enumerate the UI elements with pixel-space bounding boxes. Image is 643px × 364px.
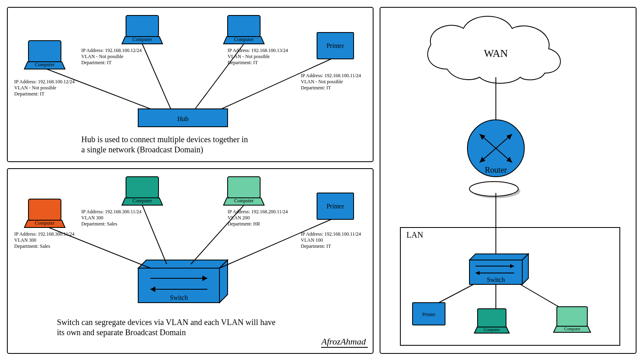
svg-text:Computer: Computer — [564, 327, 581, 331]
hub-device: Hub — [138, 109, 228, 127]
switch-computer-1: Computer — [24, 199, 65, 228]
svg-marker-24 — [138, 260, 228, 268]
network-diagram: Hub Computer IP Address: 192.168.100.12/… — [0, 0, 643, 364]
hub-caption-2: a single network (Broadcast Domain) — [81, 145, 203, 154]
svg-text:Department: IT: Department: IT — [301, 243, 331, 249]
router-label: Router — [485, 165, 507, 174]
svg-rect-82 — [478, 309, 506, 327]
svg-text:VLAN 300: VLAN 300 — [81, 215, 103, 221]
svg-text:Switch: Switch — [487, 276, 505, 283]
svg-text:Computer: Computer — [35, 220, 54, 226]
svg-text:IP Address: 192.168.100.11/24: IP Address: 192.168.100.11/24 — [301, 231, 361, 237]
svg-text:Computer: Computer — [133, 198, 152, 204]
author-signature: AfrozAhmad — [321, 336, 366, 347]
svg-marker-70 — [469, 254, 528, 260]
svg-text:VLAN 100: VLAN 100 — [301, 237, 323, 243]
wan-label: WAN — [484, 48, 508, 59]
panel-switch: Switch Computer IP Address: 192.168.300.… — [7, 169, 373, 353]
svg-text:IP Address: 192.168.200.11/24: IP Address: 192.168.200.11/24 — [228, 209, 288, 214]
svg-text:VLAN - Not possible: VLAN - Not possible — [228, 54, 270, 59]
svg-text:Department: Sales: Department: Sales — [14, 243, 50, 249]
svg-text:IP Address: 192.168.300.11/24: IP Address: 192.168.300.11/24 — [81, 209, 141, 214]
panel-hub: Hub Computer IP Address: 192.168.100.12/… — [7, 7, 373, 162]
lan-switch: Switch — [469, 254, 528, 284]
svg-point-59 — [469, 182, 518, 196]
switch-device: Switch — [138, 260, 228, 303]
hub-computer-1: Computer — [24, 41, 65, 69]
computer-icon-label: Computer — [35, 62, 54, 67]
switch-computer-3: Computer — [224, 177, 264, 205]
lan-computer-1: Computer — [474, 309, 509, 333]
switch-caption-1: Switch can segregate devices via VLAN an… — [57, 318, 276, 327]
svg-rect-7 — [126, 15, 159, 37]
svg-text:Computer: Computer — [234, 198, 254, 204]
lan-printer: Printer — [413, 303, 445, 325]
svg-text:Department: IT: Department: IT — [301, 85, 331, 91]
svg-rect-6 — [28, 41, 61, 62]
hub-label: Hub — [177, 115, 189, 122]
svg-rect-35 — [28, 199, 61, 220]
svg-line-3 — [142, 44, 171, 109]
svg-text:Computer: Computer — [133, 37, 152, 42]
svg-text:VLAN 300: VLAN 300 — [14, 237, 36, 243]
svg-text:VLAN - Not possible: VLAN - Not possible — [301, 79, 343, 84]
switch-computer-2: Computer — [122, 177, 163, 205]
svg-text:Department: HR: Department: HR — [228, 221, 260, 227]
panel-wan-lan: WAN Router LAN Switch Printer — [380, 7, 636, 353]
svg-text:Computer: Computer — [234, 37, 254, 42]
pc1-dept: Department: IT — [14, 91, 45, 97]
lan-label: LAN — [406, 230, 423, 239]
svg-rect-84 — [557, 307, 587, 326]
svg-rect-56 — [380, 7, 636, 353]
svg-rect-12 — [228, 15, 260, 37]
svg-line-32 — [142, 205, 167, 264]
svg-text:IP Address: 192.168.300.11/24: IP Address: 192.168.300.11/24 — [14, 231, 74, 237]
router-device: Router — [467, 120, 524, 198]
hub-printer: Printer — [317, 32, 354, 59]
svg-text:Computer: Computer — [484, 327, 500, 332]
svg-rect-40 — [126, 177, 159, 198]
svg-text:VLAN 200: VLAN 200 — [228, 215, 250, 221]
svg-text:Printer: Printer — [422, 312, 436, 317]
hub-computer-3: Computer — [224, 15, 264, 44]
svg-text:Department: IT: Department: IT — [228, 60, 258, 65]
pc1-vlan: VLAN - Not possible — [14, 85, 56, 91]
switch-printer: Printer — [317, 193, 354, 219]
svg-line-77 — [435, 284, 474, 305]
svg-text:Switch: Switch — [170, 294, 188, 301]
svg-text:IP Address: 192.168.100.13/24: IP Address: 192.168.100.13/24 — [228, 48, 288, 53]
lan-computer-2: Computer — [554, 307, 591, 332]
svg-text:Printer: Printer — [326, 42, 344, 49]
svg-rect-45 — [228, 177, 260, 198]
pc1-ip: IP Address: 192.168.100.12/24 — [14, 79, 75, 84]
hub-caption-1: Hub is used to connect multiple devices … — [81, 135, 248, 144]
svg-text:Printer: Printer — [326, 203, 344, 210]
svg-text:IP Address: 192.168.100.12/24: IP Address: 192.168.100.12/24 — [81, 48, 142, 53]
svg-line-2 — [47, 69, 150, 109]
wan-cloud: WAN — [428, 16, 560, 83]
svg-text:VLAN - Not possible: VLAN - Not possible — [81, 54, 124, 59]
svg-text:Department: IT: Department: IT — [81, 60, 112, 65]
svg-text:IP Address: 192.168.100.11/24: IP Address: 192.168.100.11/24 — [301, 73, 361, 78]
svg-text:Department: Sales: Department: Sales — [81, 221, 117, 227]
hub-computer-2: Computer — [122, 15, 163, 44]
switch-caption-2: its own and separate Broadcast Domain — [57, 328, 186, 337]
